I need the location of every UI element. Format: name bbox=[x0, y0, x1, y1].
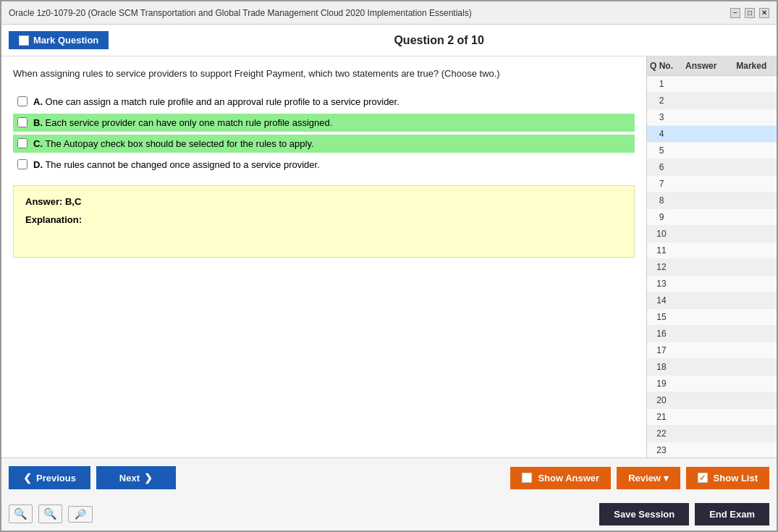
save-session-button[interactable]: Save Session bbox=[599, 503, 689, 525]
end-exam-button[interactable]: End Exam bbox=[695, 503, 769, 525]
zoom-reset-button[interactable]: 🔍 bbox=[38, 504, 62, 523]
mark-question-label: Mark Question bbox=[33, 35, 98, 46]
review-label: Review bbox=[628, 473, 661, 484]
close-button[interactable]: ✕ bbox=[759, 8, 769, 18]
sidebar-cell-marked bbox=[727, 327, 777, 340]
question-text: When assigning rules to service provider… bbox=[13, 67, 635, 81]
option-d-checkbox[interactable] bbox=[17, 159, 28, 169]
maximize-button[interactable]: □ bbox=[745, 8, 755, 18]
sidebar-cell-num: 8 bbox=[647, 194, 676, 207]
title-bar: Oracle 1z0-1079-20 (Oracle SCM Transport… bbox=[1, 1, 777, 25]
sidebar-row[interactable]: 11 bbox=[647, 242, 777, 259]
sidebar-cell-num: 3 bbox=[647, 111, 676, 124]
sidebar-row[interactable]: 20 bbox=[647, 392, 777, 409]
sidebar-cell-num: 14 bbox=[647, 294, 676, 307]
sidebar-row[interactable]: 12 bbox=[647, 259, 777, 276]
option-b[interactable]: B. Each service provider can have only o… bbox=[13, 114, 635, 132]
sidebar-row[interactable]: 19 bbox=[647, 376, 777, 392]
sidebar-cell-answer bbox=[676, 177, 727, 190]
sidebar-cell-marked bbox=[727, 427, 777, 440]
options-list: A. One can assign a match rule profile a… bbox=[13, 93, 635, 174]
sidebar-row[interactable]: 14 bbox=[647, 292, 777, 309]
sidebar-cell-marked bbox=[727, 161, 777, 174]
option-a-text: A. One can assign a match rule profile a… bbox=[33, 96, 399, 107]
sidebar-cell-num: 15 bbox=[647, 311, 676, 324]
option-c-text: C. The Autopay check box should be selec… bbox=[33, 138, 314, 149]
zoom-out-button[interactable]: 🔎 bbox=[68, 506, 93, 523]
sidebar-cell-num: 2 bbox=[647, 94, 676, 107]
sidebar-cell-marked bbox=[727, 377, 777, 390]
sidebar-header: Q No. Answer Marked bbox=[647, 56, 777, 76]
sidebar-cell-answer bbox=[676, 394, 727, 407]
sidebar-row[interactable]: 23 bbox=[647, 442, 777, 457]
sidebar-row[interactable]: 2 bbox=[647, 93, 777, 109]
sidebar-row[interactable]: 4 bbox=[647, 126, 777, 143]
sidebar-cell-answer bbox=[676, 144, 727, 157]
sidebar-cell-num: 22 bbox=[647, 427, 676, 440]
sidebar-cell-marked bbox=[727, 344, 777, 357]
sidebar-row[interactable]: 7 bbox=[647, 176, 777, 193]
option-a-checkbox[interactable] bbox=[17, 96, 28, 106]
sidebar-cell-answer bbox=[676, 377, 727, 390]
sidebar-cell-marked bbox=[727, 144, 777, 157]
next-button[interactable]: Next ❯ bbox=[96, 466, 176, 489]
show-answer-button[interactable]: Show Answer bbox=[510, 467, 611, 489]
action-row: 🔍 🔍 🔎 Save Session End Exam bbox=[1, 497, 777, 531]
option-d[interactable]: D. The rules cannot be changed once assi… bbox=[13, 156, 635, 174]
window-title: Oracle 1z0-1079-20 (Oracle SCM Transport… bbox=[9, 8, 472, 18]
sidebar-cell-marked bbox=[727, 360, 777, 373]
explanation-text: Explanation: bbox=[25, 214, 622, 225]
sidebar-cell-answer bbox=[676, 444, 727, 457]
sidebar-cell-answer bbox=[676, 211, 727, 224]
sidebar-row[interactable]: 5 bbox=[647, 143, 777, 159]
sidebar-cell-marked bbox=[727, 261, 777, 274]
question-title: Question 2 of 10 bbox=[109, 34, 769, 47]
sidebar-cell-num: 11 bbox=[647, 244, 676, 257]
sidebar-row[interactable]: 9 bbox=[647, 209, 777, 226]
previous-button[interactable]: ❮ Previous bbox=[9, 466, 90, 489]
sidebar-cell-answer bbox=[676, 360, 727, 373]
option-b-checkbox[interactable] bbox=[17, 117, 28, 127]
sidebar-cell-num: 17 bbox=[647, 344, 676, 357]
mark-checkbox-icon bbox=[19, 35, 29, 46]
minimize-button[interactable]: − bbox=[730, 8, 740, 18]
sidebar-cell-marked bbox=[727, 394, 777, 407]
sidebar-cell-answer bbox=[676, 161, 727, 174]
sidebar-cell-answer bbox=[676, 294, 727, 307]
question-area: When assigning rules to service provider… bbox=[1, 56, 646, 457]
sidebar-cell-num: 7 bbox=[647, 177, 676, 190]
sidebar-cell-marked bbox=[727, 227, 777, 240]
sidebar-cell-answer bbox=[676, 410, 727, 423]
zoom-in-button[interactable]: 🔍 bbox=[9, 504, 33, 523]
window-controls: − □ ✕ bbox=[730, 8, 769, 18]
sidebar-cell-num: 20 bbox=[647, 394, 676, 407]
next-arrow-icon: ❯ bbox=[144, 472, 153, 484]
option-c[interactable]: C. The Autopay check box should be selec… bbox=[13, 135, 635, 153]
sidebar-row[interactable]: 21 bbox=[647, 409, 777, 426]
option-a[interactable]: A. One can assign a match rule profile a… bbox=[13, 93, 635, 111]
sidebar-cell-answer bbox=[676, 194, 727, 207]
sidebar-cell-num: 9 bbox=[647, 211, 676, 224]
sidebar-row[interactable]: 17 bbox=[647, 342, 777, 359]
sidebar-row[interactable]: 15 bbox=[647, 309, 777, 326]
sidebar-cell-num: 1 bbox=[647, 77, 676, 90]
mark-question-button[interactable]: Mark Question bbox=[9, 31, 109, 49]
sidebar-cell-marked bbox=[727, 294, 777, 307]
sidebar-cell-marked bbox=[727, 444, 777, 457]
option-c-checkbox[interactable] bbox=[17, 138, 28, 148]
sidebar-row[interactable]: 18 bbox=[647, 359, 777, 376]
sidebar-row[interactable]: 22 bbox=[647, 426, 777, 442]
sidebar-row[interactable]: 8 bbox=[647, 193, 777, 209]
sidebar-row[interactable]: 10 bbox=[647, 226, 777, 242]
sidebar-row[interactable]: 6 bbox=[647, 159, 777, 176]
sidebar-row[interactable]: 1 bbox=[647, 76, 777, 93]
show-answer-checkbox-icon bbox=[522, 473, 532, 483]
sidebar-cell-num: 12 bbox=[647, 261, 676, 274]
sidebar-row[interactable]: 3 bbox=[647, 109, 777, 126]
sidebar-row[interactable]: 13 bbox=[647, 276, 777, 292]
previous-arrow-icon: ❮ bbox=[23, 472, 32, 484]
show-list-button[interactable]: ✓ Show List bbox=[686, 467, 769, 489]
review-dropdown-icon: ▾ bbox=[664, 473, 669, 484]
sidebar-row[interactable]: 16 bbox=[647, 326, 777, 342]
review-button[interactable]: Review ▾ bbox=[617, 467, 680, 489]
